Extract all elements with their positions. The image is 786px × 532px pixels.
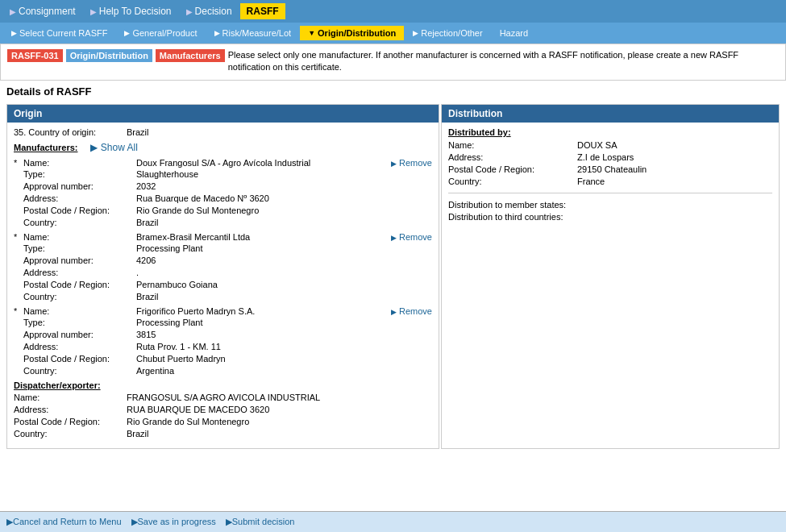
nav-hazard-label: Hazard <box>500 28 528 38</box>
nav-risk-label: Risk/Measure/Lot <box>222 28 292 38</box>
mfr2-postal-label: Postal Code / Region: <box>23 280 136 289</box>
origin-panel: Origin 35. Country of origin: Brazil Man… <box>6 104 439 449</box>
nav-select-rasff-label: Select Current RASFF <box>19 28 107 38</box>
nav-consignment-arrow: ▶ <box>10 7 16 16</box>
nav-rasff-label: RASFF <box>247 6 279 17</box>
mfr3-postal-row: Postal Code / Region: Chubut Puerto Madr… <box>23 354 432 364</box>
manufacturers-title: Manufacturers: <box>14 143 77 152</box>
dispatcher-block: Dispatcher/exporter: Name: FRANGOSUL S/A… <box>14 380 432 438</box>
mfr3-country-value: Argentina <box>136 366 432 376</box>
mfr2-address-row: Address: . <box>23 268 432 277</box>
mfr1-postal-value: Rio Grande do Sul Montenegro <box>136 206 432 215</box>
warning-tag-rasff: RASFF-031 <box>7 49 63 62</box>
dist-postal-label: Postal Code / Region: <box>448 164 577 174</box>
manufacturer-2-name-label: Name: <box>23 232 136 242</box>
dist-address-value: Z.I de Lospars <box>577 152 772 162</box>
dispatcher-country-row: Country: Brazil <box>14 429 432 438</box>
warning-message: Please select only one manufacturer. If … <box>228 49 779 74</box>
mfr3-postal-value: Chubut Puerto Madryn <box>136 354 432 364</box>
nav-general-label: General/Product <box>132 28 197 38</box>
main-content: Origin 35. Country of origin: Brazil Man… <box>0 104 786 449</box>
mfr1-approval-label: Approval number: <box>23 181 136 191</box>
nav-rasff[interactable]: RASFF <box>240 3 285 19</box>
dist-address-label: Address: <box>448 152 577 162</box>
origin-body: 35. Country of origin: Brazil Manufactur… <box>7 123 439 448</box>
mfr3-type-row: Type: Processing Plant <box>23 318 432 327</box>
mfr3-address-row: Address: Ruta Prov. 1 - KM. 11 <box>23 342 432 351</box>
nav-decision[interactable]: ▶ Decision <box>180 3 239 19</box>
manufacturer-2-name-row: * Name: Bramex-Brasil Mercantil Ltda ▶ R… <box>14 232 432 242</box>
mfr1-postal-label: Postal Code / Region: <box>23 206 136 215</box>
mfr1-approval-value: 2032 <box>136 181 432 191</box>
distribution-panel: Distribution Distributed by: Name: DOUX … <box>441 104 780 449</box>
nav-general-product[interactable]: ▶ General/Product <box>116 26 205 40</box>
nav-origin-distribution[interactable]: ▼ Origin/Distribution <box>300 26 404 40</box>
country-of-origin-value: Brazil <box>127 127 432 137</box>
mfr2-address-label: Address: <box>23 268 136 277</box>
manufacturer-1-asterisk: * <box>14 158 20 168</box>
mfr2-approval-value: 4206 <box>136 256 432 265</box>
mfr3-address-value: Ruta Prov. 1 - KM. 11 <box>136 342 432 351</box>
mfr2-postal-row: Postal Code / Region: Pernambuco Goiana <box>23 280 432 289</box>
distribution-separator <box>448 193 772 193</box>
dispatcher-address-label: Address: <box>14 405 127 414</box>
mfr2-country-value: Brazil <box>136 292 432 301</box>
distributed-by-title: Distributed by: <box>448 127 772 137</box>
dispatcher-postal-label: Postal Code / Region: <box>14 417 127 426</box>
mfr1-type-value: Slaughterhouse <box>136 169 432 179</box>
mfr1-country-row: Country: Brazil <box>23 218 432 227</box>
show-all-link[interactable]: ▶ Show All <box>90 142 137 153</box>
dist-third-countries-label: Distribution to third countries: <box>448 212 577 222</box>
mfr3-approval-value: 3815 <box>136 330 432 339</box>
dist-third-countries-value <box>577 212 772 222</box>
nav-help-to-decision[interactable]: ▶ Help To Decision <box>84 3 178 19</box>
mfr2-approval-label: Approval number: <box>23 256 136 265</box>
submit-decision-link[interactable]: ▶Submit decision <box>226 517 295 527</box>
manufacturer-3-name-label: Name: <box>23 306 136 316</box>
dist-address-row: Address: Z.I de Lospars <box>448 152 772 162</box>
dist-member-states-label: Distribution to member states: <box>448 200 577 210</box>
dist-postal-value: 29150 Chateaulin <box>577 164 772 174</box>
manufacturer-3-remove[interactable]: ▶ Remove <box>391 306 432 316</box>
dist-name-label: Name: <box>448 140 577 150</box>
manufacturer-1-name-label: Name: <box>23 158 136 168</box>
top-navigation: ▶ Consignment ▶ Help To Decision ▶ Decis… <box>0 0 786 23</box>
cancel-return-link[interactable]: ▶Cancel and Return to Menu <box>6 517 122 527</box>
manufacturer-2-remove[interactable]: ▶ Remove <box>391 232 432 242</box>
warning-bar: RASFF-031 Origin/Distribution Manufactur… <box>0 44 786 81</box>
nav-rejection-arrow: ▶ <box>413 29 418 37</box>
save-in-progress-link[interactable]: ▶Save as in progress <box>131 517 216 527</box>
nav-select-rasff[interactable]: ▶ Select Current RASFF <box>3 26 115 40</box>
details-title: Details of RASFF <box>6 85 780 98</box>
mfr3-approval-row: Approval number: 3815 <box>23 330 432 339</box>
nav-rejection-label: Rejection/Other <box>421 28 482 38</box>
nav-help-arrow: ▶ <box>90 7 97 16</box>
nav-consignment[interactable]: ▶ Consignment <box>3 3 82 19</box>
mfr3-country-label: Country: <box>23 366 136 376</box>
manufacturer-1-name-row: * Name: Doux Frangosul S/A - Agro Avícol… <box>14 158 432 168</box>
nav-risk-arrow: ▶ <box>214 29 220 37</box>
warning-tag-manufacturers: Manufacturers <box>156 49 225 62</box>
dist-member-states-row: Distribution to member states: <box>448 200 772 210</box>
nav-decision-arrow: ▶ <box>186 7 193 16</box>
country-of-origin-label: 35. Country of origin: <box>14 127 127 137</box>
dispatcher-name-value: FRANGOSUL S/A AGRO AVICOLA INDUSTRIAL <box>127 393 432 402</box>
mfr1-postal-row: Postal Code / Region: Rio Grande do Sul … <box>23 206 432 215</box>
dist-member-states-value <box>577 200 772 210</box>
dispatcher-name-row: Name: FRANGOSUL S/A AGRO AVICOLA INDUSTR… <box>14 393 432 402</box>
nav-rejection-other[interactable]: ▶ Rejection/Other <box>405 26 490 40</box>
mfr2-type-label: Type: <box>23 243 136 253</box>
dispatcher-name-label: Name: <box>14 393 127 402</box>
manufacturer-1-remove[interactable]: ▶ Remove <box>391 158 432 168</box>
warning-tag-origin: Origin/Distribution <box>66 49 152 62</box>
mfr2-postal-value: Pernambuco Goiana <box>136 280 432 289</box>
dist-postal-row: Postal Code / Region: 29150 Chateaulin <box>448 164 772 174</box>
dispatcher-postal-value: Rio Grande do Sul Montenegro <box>127 417 432 426</box>
manufacturer-3-details: Type: Processing Plant Approval number: … <box>14 318 432 376</box>
manufacturer-2-name-value: Bramex-Brasil Mercantil Ltda <box>136 232 386 242</box>
mfr2-approval-row: Approval number: 4206 <box>23 256 432 265</box>
nav-risk-measure[interactable]: ▶ Risk/Measure/Lot <box>206 26 300 40</box>
mfr3-address-label: Address: <box>23 342 136 351</box>
mfr1-address-row: Address: Rua Buarque de Macedo Nº 3620 <box>23 193 432 203</box>
nav-hazard[interactable]: Hazard <box>492 26 536 40</box>
